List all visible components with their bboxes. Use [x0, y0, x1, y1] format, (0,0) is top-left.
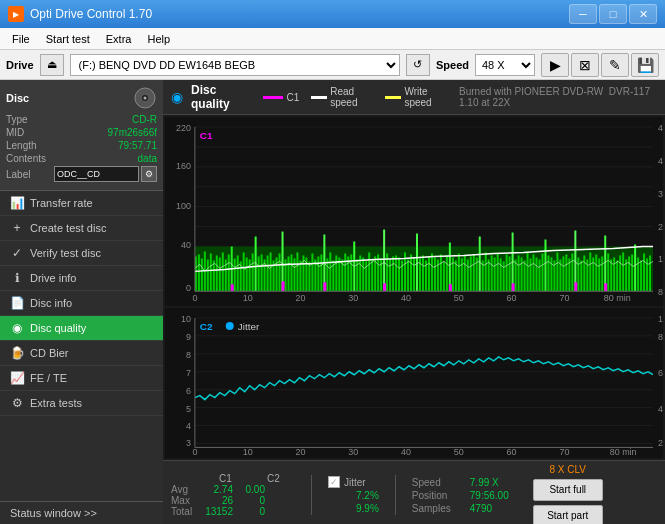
position-value: 79:56.00	[470, 490, 509, 501]
drive-label: Drive	[6, 59, 34, 71]
sidebar-item-drive-info[interactable]: ℹ Drive info	[0, 266, 163, 291]
svg-text:7: 7	[186, 368, 191, 378]
cd-bier-icon: 🍺	[10, 346, 24, 360]
svg-rect-172	[601, 256, 603, 291]
svg-text:60: 60	[507, 293, 517, 303]
svg-rect-140	[506, 254, 508, 291]
disc-image-icon	[133, 86, 157, 110]
title-bar-controls: ─ □ ✕	[569, 4, 657, 24]
sidebar-item-create-test-disc[interactable]: + Create test disc	[0, 216, 163, 241]
svg-rect-45	[222, 252, 224, 291]
close-button[interactable]: ✕	[629, 4, 657, 24]
sidebar-item-verify-test-disc[interactable]: ✓ Verify test disc	[0, 241, 163, 266]
menu-file[interactable]: File	[4, 31, 38, 47]
drive-eject-icon[interactable]: ⏏	[40, 54, 64, 76]
disc-section-label: Disc	[6, 92, 29, 104]
disc-type-field: Type CD-R	[6, 114, 157, 125]
svg-rect-126	[464, 255, 466, 291]
start-part-button[interactable]: Start part	[533, 505, 603, 524]
toolbar-erase-button[interactable]: ⊠	[571, 53, 599, 77]
disc-quality-header: ◉ Disc quality C1 Read speed Write speed…	[163, 80, 665, 115]
svg-rect-49	[234, 258, 236, 291]
svg-rect-121	[449, 242, 451, 291]
svg-rect-148	[530, 258, 532, 291]
fe-te-icon: 📈	[10, 371, 24, 385]
svg-rect-42	[213, 260, 215, 291]
minimize-button[interactable]: ─	[569, 4, 597, 24]
status-window-button[interactable]: Status window >>	[0, 501, 163, 524]
svg-text:8%: 8%	[658, 332, 663, 342]
svg-rect-149	[533, 254, 535, 291]
svg-text:0: 0	[192, 448, 197, 458]
svg-text:Jitter: Jitter	[238, 321, 260, 332]
disc-quality-icon: ◉	[10, 321, 24, 335]
svg-rect-55	[252, 253, 254, 291]
svg-rect-194	[512, 283, 515, 291]
sidebar-item-label: FE / TE	[30, 372, 67, 384]
legend-write-speed-color	[385, 96, 401, 99]
sidebar-item-label: Transfer rate	[30, 197, 93, 209]
disc-type-value: CD-R	[132, 114, 157, 125]
drive-info-icon: ℹ	[10, 271, 24, 285]
menu-help[interactable]: Help	[139, 31, 178, 47]
svg-text:70: 70	[559, 448, 569, 458]
svg-text:40X: 40X	[658, 156, 663, 166]
disc-label-input[interactable]	[54, 166, 139, 182]
svg-rect-184	[637, 257, 639, 291]
svg-text:40: 40	[401, 293, 411, 303]
svg-rect-104	[398, 257, 400, 291]
stats-table: C1 C2 Avg 2.74 0.00 Max 26 0 Total 13152…	[171, 473, 295, 517]
svg-rect-77	[317, 256, 319, 291]
speed-key: Speed	[412, 477, 464, 488]
svg-rect-168	[589, 252, 591, 291]
samples-key: Samples	[412, 503, 464, 514]
svg-rect-37	[198, 254, 200, 291]
verify-test-disc-icon: ✓	[10, 246, 24, 260]
c1-chart-svg: 220 160 100 40 0 48X 40X 32X 24X 16X 8X …	[165, 117, 663, 306]
toolbar-save-button[interactable]: 💾	[631, 53, 659, 77]
svg-rect-68	[290, 254, 292, 291]
sidebar-item-cd-bier[interactable]: 🍺 CD Bier	[0, 341, 163, 366]
toolbar-write-button[interactable]: ✎	[601, 53, 629, 77]
svg-rect-182	[631, 254, 633, 291]
svg-rect-83	[335, 255, 337, 291]
status-window-label: Status window >>	[10, 507, 97, 519]
c1-chart: 220 160 100 40 0 48X 40X 32X 24X 16X 8X …	[165, 117, 663, 306]
stats-total-label: Total	[171, 506, 201, 517]
svg-rect-176	[613, 257, 615, 291]
sidebar-item-fe-te[interactable]: 📈 FE / TE	[0, 366, 163, 391]
sidebar-item-label: Verify test disc	[30, 247, 101, 259]
svg-rect-40	[207, 259, 209, 291]
disc-label-settings-button[interactable]: ⚙	[141, 166, 157, 182]
svg-rect-110	[416, 234, 418, 292]
disc-mid-value: 97m26s66f	[108, 127, 157, 138]
drive-refresh-button[interactable]: ↺	[406, 54, 430, 76]
sidebar-item-extra-tests[interactable]: ⚙ Extra tests	[0, 391, 163, 416]
title-bar: ▶ Opti Drive Control 1.70 ─ □ ✕	[0, 0, 665, 28]
toolbar-play-button[interactable]: ▶	[541, 53, 569, 77]
jitter-header: ✓ Jitter	[328, 476, 379, 488]
drive-select[interactable]: (F:) BENQ DVD DD EW164B BEGB	[70, 54, 400, 76]
svg-text:10: 10	[181, 314, 191, 324]
svg-rect-196	[604, 283, 607, 291]
disc-quality-header-icon: ◉	[171, 89, 183, 105]
svg-rect-160	[565, 254, 567, 291]
jitter-checkbox[interactable]: ✓	[328, 476, 340, 488]
sidebar-item-disc-quality[interactable]: ◉ Disc quality	[0, 316, 163, 341]
svg-text:6: 6	[186, 386, 191, 396]
sidebar-item-disc-info[interactable]: 📄 Disc info	[0, 291, 163, 316]
sidebar-item-transfer-rate[interactable]: 📊 Transfer rate	[0, 191, 163, 216]
stats-row-max: Max 26 0	[171, 495, 295, 506]
svg-rect-60	[267, 255, 269, 291]
svg-rect-190	[282, 281, 285, 291]
maximize-button[interactable]: □	[599, 4, 627, 24]
start-full-button[interactable]: Start full	[533, 479, 603, 501]
svg-rect-114	[428, 256, 430, 291]
svg-rect-123	[455, 260, 457, 291]
svg-rect-52	[243, 252, 245, 291]
svg-text:5: 5	[186, 404, 191, 414]
legend-write-speed-label: Write speed	[404, 86, 447, 108]
menu-start-test[interactable]: Start test	[38, 31, 98, 47]
menu-extra[interactable]: Extra	[98, 31, 140, 47]
speed-select[interactable]: 48 X	[475, 54, 535, 76]
